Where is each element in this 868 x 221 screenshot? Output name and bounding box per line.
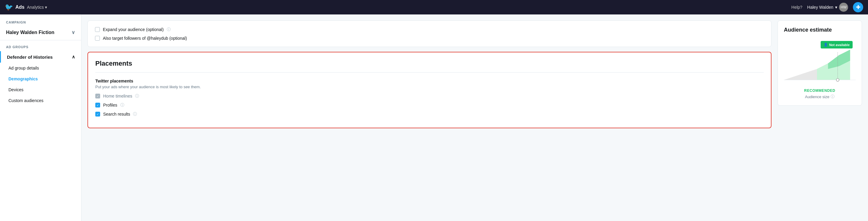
expand-audience-row: Expand your audience (optional) ⓘ <box>95 27 764 32</box>
placement-row-profiles: ✓ Profiles ⓘ <box>95 102 764 108</box>
top-navigation: 🐦 Ads Analytics ▾ Help? Haley Walden ▾ H… <box>0 0 868 14</box>
sidebar-item-devices-label: Devices <box>8 87 24 92</box>
campaign-name[interactable]: Haley Walden Fiction ∨ <box>0 27 81 40</box>
optional-targeting-card: Expand your audience (optional) ⓘ Also t… <box>88 21 772 47</box>
center-column: Expand your audience (optional) ⓘ Also t… <box>88 21 772 215</box>
audience-size-row: Audience size ⓘ <box>784 94 856 99</box>
ad-group-name-label: Defender of Histories <box>7 54 53 60</box>
main-layout: CAMPAIGN Haley Walden Fiction ∨ AD GROUP… <box>0 14 868 221</box>
placements-subtitle: Twitter placements <box>95 79 764 83</box>
placements-card: Placements Twitter placements Put your a… <box>88 52 772 128</box>
audience-size-label: Audience size <box>805 95 829 99</box>
search-results-label: Search results <box>103 112 130 116</box>
placement-row-search-results: ✓ Search results ⓘ <box>95 111 764 117</box>
expand-audience-label: Expand your audience (optional) <box>103 27 164 32</box>
home-timelines-checkbox[interactable]: ✓ <box>95 94 100 99</box>
profiles-checkbox[interactable]: ✓ <box>95 103 100 108</box>
analytics-chevron-icon: ▾ <box>45 5 47 10</box>
also-target-row: Also target followers of @haleydub (opti… <box>95 36 764 41</box>
sidebar-item-ad-group-details-label: Ad group details <box>8 66 39 70</box>
audience-chart: 👤 Not available <box>784 38 856 86</box>
audience-size-info-icon[interactable]: ⓘ <box>831 94 835 99</box>
also-target-label: Also target followers of @haleydub (opti… <box>103 36 187 41</box>
placements-title: Placements <box>95 60 764 73</box>
profiles-info-icon[interactable]: ⓘ <box>120 102 124 108</box>
ad-groups-label: AD GROUPS <box>0 40 81 51</box>
also-target-checkbox[interactable] <box>95 36 100 41</box>
search-results-checkbox[interactable]: ✓ <box>95 112 100 116</box>
not-available-badge: 👤 Not available <box>820 41 852 48</box>
person-icon: 👤 <box>824 43 828 47</box>
main-content: Expand your audience (optional) ⓘ Also t… <box>82 14 868 221</box>
avatar: HW <box>839 3 848 12</box>
user-chevron-icon: ▾ <box>835 5 837 10</box>
sidebar-item-custom-audiences[interactable]: Custom audiences <box>0 95 81 106</box>
sidebar-item-ad-group-details[interactable]: Ad group details <box>0 63 81 73</box>
ad-group-chevron-icon: ∧ <box>72 54 75 60</box>
sidebar-item-custom-audiences-label: Custom audiences <box>8 98 43 103</box>
topnav-right: Help? Haley Walden ▾ HW ✚ <box>792 2 863 12</box>
topnav-left: 🐦 Ads Analytics ▾ <box>5 3 47 11</box>
audience-estimate-card: Audience estimate <box>777 21 862 106</box>
user-name-label: Haley Walden <box>807 5 833 10</box>
campaign-chevron-icon: ∨ <box>71 30 75 35</box>
campaign-section-label: CAMPAIGN <box>0 14 81 27</box>
help-link[interactable]: Help? <box>792 5 803 10</box>
twitter-logo-icon: 🐦 <box>5 3 13 11</box>
sidebar-item-demographics-label: Demographics <box>8 76 38 81</box>
sidebar-item-devices[interactable]: Devices <box>0 84 81 95</box>
profiles-label: Profiles <box>103 103 117 108</box>
compose-button[interactable]: ✚ <box>853 2 863 12</box>
not-available-label: Not available <box>829 43 849 47</box>
user-menu[interactable]: Haley Walden ▾ HW <box>807 3 848 12</box>
recommended-label: RECOMMENDED <box>784 88 856 93</box>
sidebar-item-demographics[interactable]: Demographics <box>0 73 81 84</box>
analytics-label: Analytics <box>27 5 44 10</box>
ad-group-name[interactable]: Defender of Histories ∧ <box>0 51 81 63</box>
expand-audience-info-icon[interactable]: ⓘ <box>167 27 171 32</box>
home-timelines-info-icon[interactable]: ⓘ <box>135 93 139 99</box>
campaign-name-label: Haley Walden Fiction <box>6 30 54 35</box>
analytics-dropdown-button[interactable]: Analytics ▾ <box>27 5 47 10</box>
expand-audience-checkbox[interactable] <box>95 27 100 32</box>
search-results-info-icon[interactable]: ⓘ <box>133 111 137 117</box>
home-timelines-label: Home timelines <box>103 94 132 99</box>
placements-description: Put your ads where your audience is most… <box>95 85 764 89</box>
sidebar: CAMPAIGN Haley Walden Fiction ∨ AD GROUP… <box>0 14 82 221</box>
right-panel: Audience estimate <box>777 21 862 215</box>
audience-estimate-title: Audience estimate <box>784 27 856 33</box>
compose-icon: ✚ <box>856 4 861 10</box>
placement-row-home-timelines: ✓ Home timelines ⓘ <box>95 93 764 99</box>
ads-label: Ads <box>16 4 25 10</box>
svg-point-5 <box>836 79 839 81</box>
